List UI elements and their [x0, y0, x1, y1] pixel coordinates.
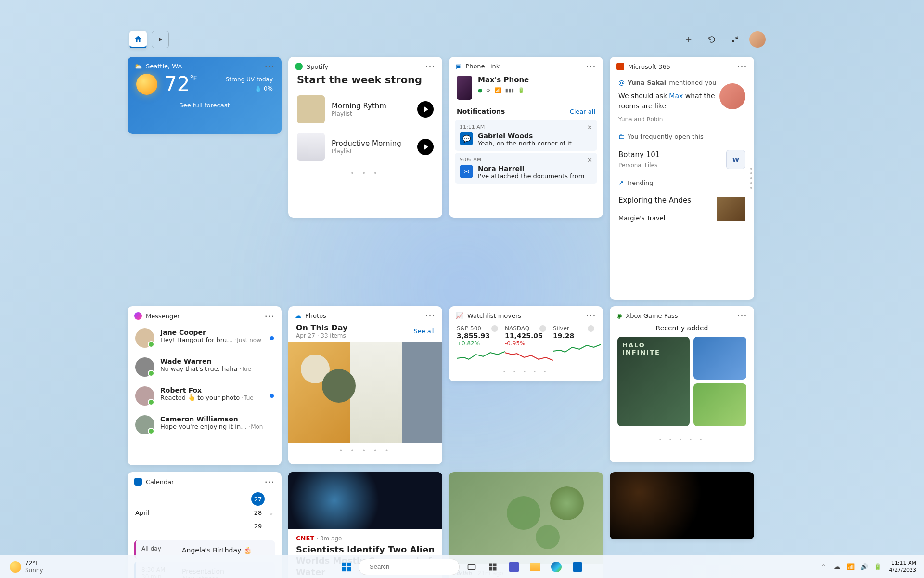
- svg-rect-6: [489, 563, 493, 566]
- sync-icon: ⟳: [487, 87, 491, 93]
- m365-card: Microsoft 365 ··· @ Yuna Sakai mentioned…: [610, 57, 754, 300]
- calendar-day[interactable]: 29: [251, 519, 265, 533]
- svg-rect-9: [493, 567, 497, 570]
- game-halo[interactable]: [617, 337, 690, 426]
- photo-thumb[interactable]: [350, 342, 402, 443]
- pin-icon[interactable]: [539, 325, 546, 332]
- photos-strip[interactable]: [288, 342, 442, 443]
- taskbar-wx-temp: 72°F: [25, 560, 43, 566]
- photo-thumb[interactable]: [288, 342, 350, 443]
- spotify-pagination[interactable]: • • •: [288, 166, 442, 180]
- photos-pagination[interactable]: • • • • •: [288, 443, 442, 457]
- taskbar-clock[interactable]: 11:11 AM 4/27/2023: [886, 560, 919, 574]
- word-icon: W: [726, 150, 745, 169]
- game-minecraft[interactable]: [693, 383, 746, 426]
- message-preview: Hope you're enjoying it in… ·Mon: [160, 423, 274, 430]
- notifications-label: Notifications: [457, 107, 505, 115]
- m365-icon: [616, 63, 624, 70]
- calendar-day[interactable]: 27: [251, 492, 265, 506]
- photos-more[interactable]: ···: [425, 312, 436, 319]
- spotify-item[interactable]: Morning Rythm Playlist: [288, 91, 442, 128]
- weather-precip: 0%: [264, 85, 273, 92]
- add-widget-button[interactable]: [680, 31, 697, 48]
- weather-uv: Strong UV today: [226, 75, 273, 84]
- clear-all-button[interactable]: Clear all: [570, 108, 595, 115]
- news-source: CNET: [296, 535, 314, 542]
- phonelink-more[interactable]: ···: [586, 63, 596, 70]
- volume-tray-icon[interactable]: 🔊: [860, 562, 869, 572]
- tray-chevron[interactable]: ⌃: [819, 562, 829, 572]
- stock-item[interactable]: NASDAQ 11,425.05 -0.95%: [505, 325, 553, 363]
- watchlist-card: 📈 Watchlist movers ··· S&P 500 3,855.93 …: [449, 306, 603, 381]
- weather-more[interactable]: ···: [265, 63, 275, 70]
- messenger-item[interactable]: Robert Fox Reacted 👆 to your photo ·Tue: [128, 381, 282, 410]
- photos-card: ☁ Photos ··· On This Day Apr 27 · 33 ite…: [288, 306, 442, 464]
- pin-icon[interactable]: [491, 325, 498, 332]
- dismiss-button[interactable]: ✕: [587, 157, 592, 164]
- xbox-card: ◉ Xbox Game Pass ··· Recently added • • …: [610, 306, 754, 462]
- phone-name: Max's Phone: [478, 76, 529, 84]
- explorer-button[interactable]: [526, 558, 544, 576]
- play-button[interactable]: [417, 101, 434, 118]
- stock-item[interactable]: Silver 19.28: [553, 325, 601, 363]
- recent-doc[interactable]: Botany 101 Personal Files W: [610, 145, 754, 174]
- stock-item[interactable]: S&P 500 3,855.93 +0.82%: [457, 325, 505, 363]
- pin-icon[interactable]: [588, 325, 594, 332]
- messenger-item[interactable]: Wade Warren No way that's true. haha ·Tu…: [128, 353, 282, 381]
- stock-pct: -0.95%: [505, 340, 525, 347]
- watchlist-pagination[interactable]: • • • • •: [449, 365, 603, 377]
- taskbar-weather[interactable]: 72°FSunny: [5, 558, 48, 576]
- collapse-button[interactable]: [726, 31, 744, 48]
- contact-name: Cameron Williamson: [160, 415, 274, 423]
- xbox-pagination[interactable]: • • • • •: [610, 433, 754, 445]
- m365-more[interactable]: ···: [737, 63, 747, 70]
- search-input[interactable]: [370, 563, 450, 570]
- weather-icon: ⛅: [134, 63, 142, 70]
- play-tab[interactable]: [152, 31, 169, 48]
- taskbar-search[interactable]: [359, 559, 460, 575]
- photos-title: Photos: [305, 312, 326, 319]
- m365-scrollbar[interactable]: [750, 168, 752, 189]
- edge-button[interactable]: [547, 558, 565, 576]
- messenger-item[interactable]: Cameron Williamson Hope you're enjoying …: [128, 410, 282, 439]
- refresh-button[interactable]: [703, 31, 720, 48]
- watchlist-more[interactable]: ···: [586, 312, 596, 319]
- freq-open-label: You frequently open this: [628, 133, 704, 140]
- start-button[interactable]: [337, 558, 356, 576]
- calendar-more[interactable]: ···: [265, 478, 275, 486]
- trending-item[interactable]: Exploring the Andes Margie's Travel: [610, 191, 754, 224]
- store-button[interactable]: [568, 558, 587, 576]
- news-time: 3m ago: [320, 535, 342, 542]
- play-button[interactable]: [417, 139, 434, 155]
- notification-item[interactable]: 9:06 AM ✕ ✉ Nora Harrell I've attached t…: [455, 153, 597, 184]
- xbox-more[interactable]: ···: [737, 312, 747, 319]
- news-space-card[interactable]: [610, 472, 754, 539]
- messenger-item[interactable]: Jane Cooper Hey! Hangout for bru… ·Just …: [128, 324, 282, 353]
- calendar-next[interactable]: ⌄: [269, 509, 274, 516]
- user-avatar[interactable]: [749, 31, 766, 48]
- calendar-day[interactable]: 28: [251, 506, 265, 519]
- weather-forecast-link[interactable]: See full forecast: [128, 95, 282, 115]
- chat-button[interactable]: [505, 558, 523, 576]
- spotify-item[interactable]: Productive Morning Playlist: [288, 128, 442, 166]
- svg-rect-7: [493, 563, 497, 566]
- taskview-button[interactable]: [462, 558, 481, 576]
- wifi-tray-icon[interactable]: 📶: [846, 562, 856, 572]
- xbox-title: Xbox Game Pass: [626, 312, 678, 319]
- weather-card[interactable]: ⛅ Seattle, WA ··· 72°F Strong UV today 💧…: [128, 57, 282, 134]
- game-forza[interactable]: [693, 337, 746, 380]
- home-tab[interactable]: [129, 31, 147, 48]
- notification-time: 11:11 AM: [460, 124, 592, 130]
- notification-item[interactable]: 11:11 AM ✕ 💬 Gabriel Woods Yeah, on the …: [455, 120, 597, 151]
- dismiss-button[interactable]: ✕: [587, 124, 592, 131]
- contact-avatar: [135, 386, 154, 406]
- svg-rect-1: [347, 562, 351, 566]
- stock-value: 11,425.05: [505, 332, 543, 340]
- battery-tray-icon[interactable]: 🔋: [873, 562, 883, 572]
- spotify-more[interactable]: ···: [425, 63, 436, 70]
- photo-thumb[interactable]: [402, 342, 442, 443]
- messenger-more[interactable]: ···: [265, 313, 275, 320]
- onedrive-tray-icon[interactable]: ☁: [833, 562, 842, 572]
- photos-see-all[interactable]: See all: [413, 328, 435, 335]
- widgets-button[interactable]: [484, 558, 502, 576]
